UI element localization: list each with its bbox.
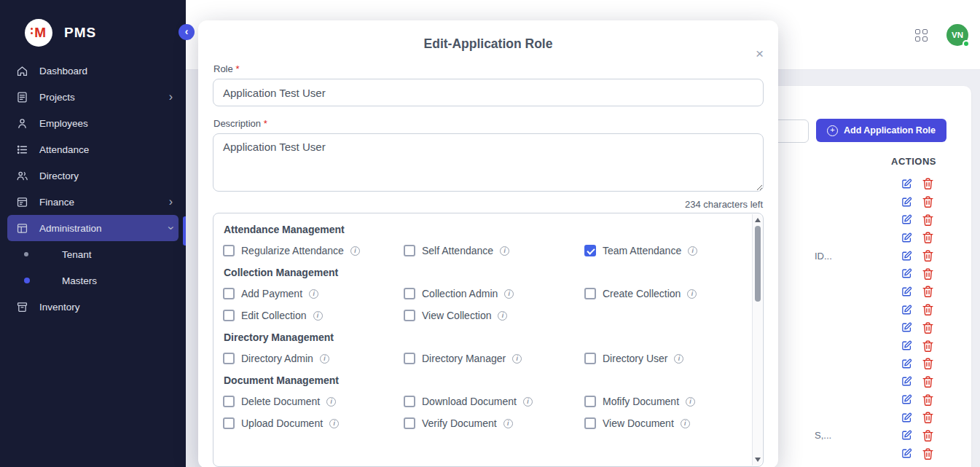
scrollbar-down-icon[interactable] xyxy=(755,458,761,462)
sidebar-item-directory[interactable]: Directory xyxy=(7,162,179,189)
option-checkbox[interactable] xyxy=(584,417,596,429)
info-icon[interactable]: i xyxy=(309,289,318,299)
option-checkbox[interactable] xyxy=(584,396,596,407)
delete-button[interactable] xyxy=(922,196,933,208)
option-checkbox[interactable] xyxy=(404,310,415,321)
info-icon[interactable]: i xyxy=(681,419,690,428)
info-icon[interactable]: i xyxy=(504,289,514,299)
sidebar-collapse-button[interactable]: ‹ xyxy=(179,24,195,40)
delete-button[interactable] xyxy=(922,394,933,406)
permission-option[interactable]: Regularize Attendance i xyxy=(223,245,404,256)
scrollbar[interactable] xyxy=(752,214,762,466)
edit-button[interactable] xyxy=(901,394,912,406)
sidebar-subitem-tenant[interactable]: Tenant xyxy=(0,241,186,267)
option-checkbox[interactable] xyxy=(404,396,415,407)
permission-option[interactable]: View Collection i xyxy=(404,310,584,321)
edit-button[interactable] xyxy=(901,286,912,297)
permission-option[interactable]: Team Attendance i xyxy=(584,245,741,256)
close-icon[interactable]: × xyxy=(756,47,764,60)
permission-option[interactable]: Self Attendance i xyxy=(404,245,584,256)
edit-button[interactable] xyxy=(901,268,912,280)
avatar[interactable]: VN xyxy=(946,24,968,46)
permission-option[interactable]: Directory User i xyxy=(584,353,741,364)
edit-button[interactable] xyxy=(901,214,912,226)
info-icon[interactable]: i xyxy=(500,246,509,256)
add-application-role-button[interactable]: + Add Application Role xyxy=(816,119,946,142)
permission-option[interactable]: Directory Manager i xyxy=(404,353,584,364)
option-checkbox[interactable] xyxy=(584,288,596,299)
option-checkbox[interactable] xyxy=(404,417,415,429)
option-checkbox[interactable] xyxy=(223,310,235,321)
delete-button[interactable] xyxy=(922,232,933,243)
apps-grid-icon[interactable] xyxy=(915,29,928,42)
sidebar-item-attendance[interactable]: Attendance xyxy=(7,136,179,162)
delete-button[interactable] xyxy=(922,286,933,297)
info-icon[interactable]: i xyxy=(329,419,339,428)
edit-button[interactable] xyxy=(901,412,912,423)
scrollbar-thumb[interactable] xyxy=(755,226,761,302)
delete-button[interactable] xyxy=(922,412,933,423)
info-icon[interactable]: i xyxy=(512,354,522,364)
edit-button[interactable] xyxy=(901,358,912,369)
info-icon[interactable]: i xyxy=(674,354,683,364)
option-checkbox[interactable] xyxy=(223,353,235,364)
option-checkbox[interactable] xyxy=(404,353,415,364)
info-icon[interactable]: i xyxy=(498,311,507,321)
scrollbar-up-icon[interactable] xyxy=(755,218,761,222)
info-icon[interactable]: i xyxy=(313,311,323,321)
info-icon[interactable]: i xyxy=(687,289,697,299)
delete-button[interactable] xyxy=(922,178,933,189)
permission-option[interactable]: Add Payment i xyxy=(223,288,404,299)
edit-button[interactable] xyxy=(901,430,912,442)
edit-button[interactable] xyxy=(901,250,912,262)
delete-button[interactable] xyxy=(922,340,933,352)
edit-button[interactable] xyxy=(901,322,912,334)
option-checkbox[interactable] xyxy=(223,417,235,429)
sidebar-item-inventory[interactable]: Inventory xyxy=(7,294,179,320)
option-checkbox[interactable] xyxy=(223,396,235,407)
permission-option[interactable]: Delete Document i xyxy=(223,396,404,407)
permission-option[interactable]: Upload Document i xyxy=(223,417,404,429)
option-checkbox[interactable] xyxy=(404,245,415,256)
delete-button[interactable] xyxy=(922,250,933,262)
info-icon[interactable]: i xyxy=(320,354,329,364)
option-checkbox[interactable] xyxy=(584,245,596,256)
delete-button[interactable] xyxy=(922,448,933,460)
option-checkbox[interactable] xyxy=(223,288,235,299)
delete-button[interactable] xyxy=(922,214,933,226)
delete-button[interactable] xyxy=(922,376,933,388)
permission-option[interactable]: Create Collection i xyxy=(584,288,741,299)
permission-option[interactable]: Collection Admin i xyxy=(404,288,584,299)
permission-option[interactable]: Verify Document i xyxy=(404,417,584,429)
delete-button[interactable] xyxy=(922,430,933,442)
option-checkbox[interactable] xyxy=(584,353,596,364)
info-icon[interactable]: i xyxy=(523,397,533,407)
permission-option[interactable]: View Document i xyxy=(584,417,741,429)
option-checkbox[interactable] xyxy=(223,245,235,256)
edit-button[interactable] xyxy=(901,340,912,352)
option-checkbox[interactable] xyxy=(404,288,415,299)
info-icon[interactable]: i xyxy=(686,397,695,407)
sidebar-item-employees[interactable]: Employees xyxy=(7,110,179,136)
info-icon[interactable]: i xyxy=(503,419,513,428)
edit-button[interactable] xyxy=(901,232,912,243)
permission-option[interactable]: Download Document i xyxy=(404,396,584,407)
info-icon[interactable]: i xyxy=(350,246,360,256)
edit-button[interactable] xyxy=(901,178,912,189)
edit-button[interactable] xyxy=(901,304,912,315)
description-textarea[interactable] xyxy=(213,133,764,192)
info-icon[interactable]: i xyxy=(688,246,697,256)
info-icon[interactable]: i xyxy=(326,397,336,407)
permission-option[interactable]: Mofify Document i xyxy=(584,396,741,407)
sidebar-item-administration[interactable]: Administration › xyxy=(7,215,179,241)
sidebar-item-finance[interactable]: Finance › xyxy=(7,189,179,215)
permission-option[interactable]: Edit Collection i xyxy=(223,310,404,321)
edit-button[interactable] xyxy=(901,448,912,460)
delete-button[interactable] xyxy=(922,268,933,280)
sidebar-subitem-masters[interactable]: Masters xyxy=(0,267,186,294)
edit-button[interactable] xyxy=(901,196,912,208)
sidebar-item-projects[interactable]: Projects › xyxy=(7,84,179,110)
role-input[interactable] xyxy=(213,79,764,106)
delete-button[interactable] xyxy=(922,304,933,315)
delete-button[interactable] xyxy=(922,358,933,369)
